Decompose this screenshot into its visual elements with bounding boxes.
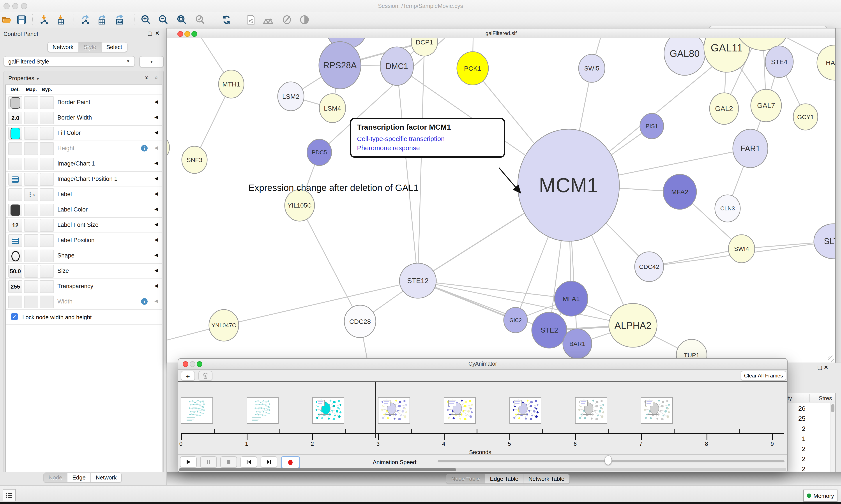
stop-button[interactable] <box>220 456 237 468</box>
record-button[interactable] <box>281 456 300 469</box>
document-network-icon[interactable] <box>245 14 257 25</box>
mapping-cell[interactable] <box>24 219 38 232</box>
default-value-cell[interactable] <box>8 127 22 140</box>
mapping-cell[interactable] <box>24 250 38 262</box>
bypass-cell[interactable] <box>40 173 54 186</box>
default-value-cell[interactable]: 255 <box>8 280 22 293</box>
mapping-cell[interactable] <box>24 112 38 124</box>
default-value-cell[interactable] <box>8 142 22 155</box>
default-value-cell[interactable] <box>8 250 22 262</box>
default-value-cell[interactable]: 12 <box>8 219 22 232</box>
keyframe-thumbnail[interactable] <box>575 397 607 424</box>
tab-select[interactable]: Select <box>102 42 127 52</box>
bypass-cell[interactable] <box>40 295 54 308</box>
info-icon[interactable]: i <box>141 298 148 305</box>
mcm1-annotation[interactable]: Transcription factor MCM1 Cell-type-spec… <box>350 118 505 158</box>
expand-row-icon[interactable]: ◀ <box>155 268 158 273</box>
network-edge[interactable] <box>224 281 418 325</box>
keyframe-thumbnail[interactable] <box>641 397 673 424</box>
network-window-titlebar[interactable]: galFiltered.sif <box>167 29 835 38</box>
table-row[interactable]: 26 <box>785 403 835 413</box>
tab-edge-table[interactable]: Edge Table <box>485 474 524 483</box>
delete-frame-button[interactable] <box>198 371 212 380</box>
property-row[interactable]: Heighti◀ <box>6 141 162 156</box>
network-edge[interactable] <box>418 42 425 281</box>
zoom-out-icon[interactable] <box>158 14 169 25</box>
default-value-cell[interactable] <box>8 158 22 170</box>
keyframe-thumbnail[interactable] <box>378 397 410 424</box>
table-row[interactable]: 25 <box>785 413 835 424</box>
bypass-cell[interactable] <box>40 250 54 262</box>
expand-row-icon[interactable]: ◀ <box>155 237 158 242</box>
bypass-cell[interactable] <box>40 112 54 124</box>
bypass-cell[interactable] <box>40 142 54 155</box>
table-row[interactable]: 2 <box>785 424 835 433</box>
import-network-icon[interactable] <box>38 14 50 25</box>
mapping-cell[interactable] <box>24 295 38 308</box>
default-value-cell[interactable] <box>8 204 22 216</box>
expand-row-icon[interactable]: ◀ <box>155 130 158 135</box>
export-network-icon[interactable] <box>80 14 91 25</box>
keyframe-thumbnail[interactable] <box>444 397 476 424</box>
default-value-cell[interactable] <box>8 295 22 308</box>
float-panel-icon[interactable]: ▢ <box>817 364 822 371</box>
mapping-cell[interactable]: ⋮› <box>24 188 38 201</box>
save-session-icon[interactable] <box>16 14 27 25</box>
bypass-cell[interactable] <box>40 234 54 247</box>
export-table-icon[interactable] <box>96 14 108 25</box>
add-frame-button[interactable]: + <box>181 371 195 380</box>
animation-speed-thumb[interactable] <box>605 455 612 465</box>
default-value-cell[interactable]: 2.0 <box>8 112 22 124</box>
close-panel-icon[interactable]: ✕ <box>824 364 828 371</box>
tab-network-table[interactable]: Network Table <box>524 474 569 483</box>
table-scrollbar-thumb[interactable] <box>831 404 835 412</box>
show-graphics-details-icon[interactable] <box>299 14 310 25</box>
bypass-cell[interactable] <box>40 127 54 140</box>
tab-style[interactable]: Style <box>78 42 102 52</box>
property-row[interactable]: Shape◀ <box>6 248 162 264</box>
expand-row-icon[interactable]: ◀ <box>155 206 158 212</box>
info-icon[interactable]: i <box>141 145 148 151</box>
bypass-cell[interactable] <box>40 188 54 201</box>
expand-row-icon[interactable]: ◀ <box>155 99 158 105</box>
property-row[interactable]: ⋮›Label◀ <box>6 187 162 202</box>
zoom-selected-icon[interactable] <box>195 14 206 25</box>
mapping-cell[interactable] <box>24 204 38 216</box>
bypass-cell[interactable] <box>40 280 54 293</box>
hide-graphics-details-icon[interactable] <box>281 14 292 25</box>
property-row[interactable]: 255Transparency◀ <box>6 279 162 294</box>
panels-icon[interactable] <box>263 14 274 25</box>
close-panel-icon[interactable]: ✕ <box>155 30 162 36</box>
column-divider[interactable] <box>809 394 810 402</box>
mapping-cell[interactable] <box>24 142 38 155</box>
clear-all-frames-button[interactable]: Clear All Frames <box>741 371 786 380</box>
keyframe-thumbnail[interactable] <box>247 397 279 424</box>
keyframe-thumbnail[interactable] <box>509 397 541 424</box>
memory-button[interactable]: Memory <box>803 489 838 502</box>
default-value-cell[interactable] <box>8 234 22 247</box>
expand-row-icon[interactable]: ◀ <box>155 252 158 258</box>
annotation-link[interactable]: Pheromone response <box>357 143 498 152</box>
property-row[interactable]: Image/Chart 1◀ <box>6 156 162 172</box>
control-panel-window-buttons[interactable]: ▢✕ <box>147 30 162 36</box>
table-panel-window-buttons[interactable]: ▢ ✕ <box>817 364 828 371</box>
task-history-button[interactable] <box>3 489 16 501</box>
mapping-cell[interactable] <box>24 265 38 277</box>
table-vertical-scrollbar[interactable] <box>830 403 835 472</box>
expand-row-icon[interactable]: ◀ <box>155 160 158 166</box>
table-row[interactable]: 2 <box>785 454 835 464</box>
property-row[interactable]: Image/Chart Position 1◀ <box>6 172 162 187</box>
expand-row-icon[interactable]: ◀ <box>155 145 158 151</box>
resize-grip[interactable] <box>828 356 834 362</box>
table-row[interactable]: 1 <box>785 433 835 444</box>
expand-row-icon[interactable]: ◀ <box>155 191 158 197</box>
play-button[interactable] <box>180 456 197 468</box>
property-row[interactable]: Label Position◀ <box>6 233 162 248</box>
annotation-link[interactable]: Cell-type-specific transcription <box>357 134 498 143</box>
mapping-cell[interactable] <box>24 173 38 186</box>
property-row[interactable]: Label Color◀ <box>6 202 162 218</box>
default-value-cell[interactable] <box>8 173 22 186</box>
property-row[interactable]: 2.0Border Width◀ <box>6 110 162 126</box>
refresh-layout-icon[interactable] <box>221 14 232 25</box>
mapping-cell[interactable] <box>24 234 38 247</box>
